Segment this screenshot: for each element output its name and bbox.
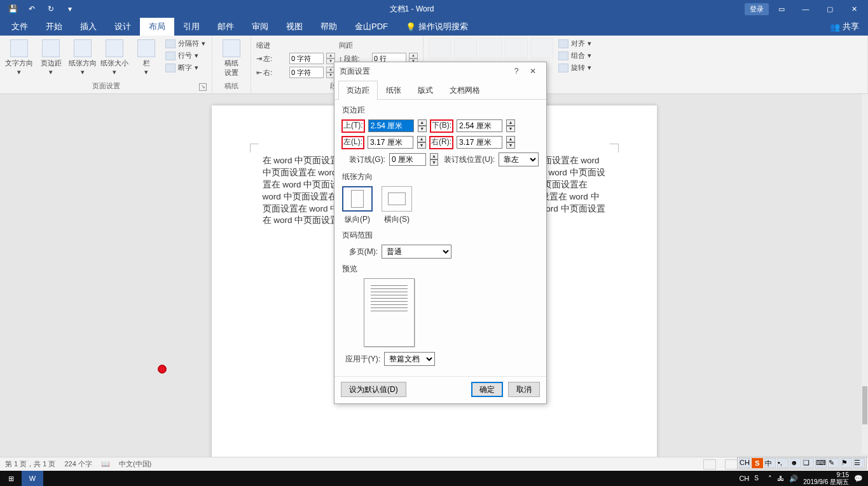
spin-up[interactable]: ▲: [506, 119, 515, 126]
ime-item[interactable]: ⌨: [815, 458, 827, 468]
spin-up[interactable]: ▲: [506, 136, 515, 142]
margins-button[interactable]: 页边距▾: [37, 38, 65, 80]
dtab-layout[interactable]: 版式: [410, 81, 441, 100]
set-default-button[interactable]: 设为默认值(D): [341, 382, 406, 397]
qat-dropdown[interactable]: ▾: [61, 1, 79, 17]
send-backward-button[interactable]: [505, 38, 528, 58]
undo-button[interactable]: ↶: [23, 1, 41, 17]
read-mode-button[interactable]: [703, 459, 716, 469]
margin-top-input[interactable]: [368, 119, 414, 132]
hyphenation-button[interactable]: 断字▾: [164, 62, 207, 73]
dtab-grid[interactable]: 文档网格: [441, 81, 488, 100]
ime-item[interactable]: ❏: [803, 458, 814, 468]
scroll-thumb[interactable]: [862, 386, 867, 424]
dtab-paper[interactable]: 纸张: [378, 81, 410, 100]
orientation-button[interactable]: 纸张方向▾: [69, 38, 97, 80]
position-button[interactable]: [429, 38, 451, 58]
spin-up[interactable]: ▲: [409, 53, 418, 58]
selection-pane-button[interactable]: [530, 38, 553, 58]
tray-network-icon[interactable]: 🖧: [777, 475, 784, 482]
save-button[interactable]: 💾: [4, 1, 22, 17]
ime-item[interactable]: ⚑: [841, 458, 852, 468]
start-button[interactable]: ⊞: [0, 471, 22, 486]
page-status[interactable]: 第 1 页，共 1 页: [5, 459, 55, 469]
ime-item[interactable]: ☰: [853, 458, 865, 468]
text-direction-button[interactable]: 文字方向▾: [5, 38, 33, 80]
print-layout-button[interactable]: [725, 459, 738, 469]
notifications-icon[interactable]: 💬: [854, 475, 863, 483]
ime-item[interactable]: ☻: [790, 458, 801, 468]
bring-forward-button[interactable]: [479, 38, 502, 58]
align-button[interactable]: 对齐▾: [557, 38, 593, 49]
tab-design[interactable]: 设计: [106, 18, 140, 36]
tell-me-search[interactable]: 💡 操作说明搜索: [397, 18, 477, 36]
gutter-input[interactable]: [389, 153, 426, 166]
proofing-icon[interactable]: 📖: [101, 460, 110, 468]
ok-button[interactable]: 确定: [471, 382, 503, 397]
spin-up[interactable]: ▲: [430, 153, 438, 159]
tray-sogou-icon[interactable]: S: [754, 474, 763, 483]
sogou-logo-icon[interactable]: S: [752, 458, 763, 468]
close-button[interactable]: ✕: [843, 1, 865, 17]
ime-item[interactable]: 中: [764, 458, 776, 468]
tab-file[interactable]: 文件: [3, 18, 37, 36]
spin-down[interactable]: ▼: [430, 159, 438, 166]
columns-button[interactable]: 栏▾: [132, 38, 160, 80]
landscape-option[interactable]: 横向(S): [382, 186, 412, 225]
tray-volume-icon[interactable]: 🔊: [789, 475, 798, 483]
ime-item[interactable]: •,: [777, 458, 789, 468]
indent-right-input[interactable]: [289, 67, 324, 78]
vertical-scrollbar[interactable]: [862, 94, 868, 454]
cancel-button[interactable]: 取消: [508, 382, 540, 397]
size-button[interactable]: 纸张大小▾: [100, 38, 128, 80]
margin-right-input[interactable]: [457, 136, 502, 149]
spin-up[interactable]: ▲: [417, 136, 426, 142]
share-button[interactable]: 👥 共享: [821, 18, 868, 36]
wrap-button[interactable]: [454, 38, 477, 58]
tab-home[interactable]: 开始: [37, 18, 71, 36]
taskbar-word-icon[interactable]: W: [22, 471, 43, 486]
line-numbers-button[interactable]: 行号▾: [164, 50, 207, 61]
dialog-close-button[interactable]: ✕: [525, 67, 541, 76]
blueprint-button[interactable]: 稿纸 设置: [217, 38, 245, 80]
login-button[interactable]: 登录: [745, 3, 769, 15]
margin-left-input[interactable]: [368, 136, 413, 149]
group-objects-button[interactable]: 组合▾: [557, 50, 593, 61]
tab-layout[interactable]: 布局: [140, 18, 174, 36]
portrait-option[interactable]: 纵向(P): [342, 186, 373, 225]
tab-mailings[interactable]: 邮件: [209, 18, 243, 36]
gutter-pos-select[interactable]: 靠左: [499, 152, 539, 166]
minimize-button[interactable]: —: [794, 1, 817, 17]
breaks-button[interactable]: 分隔符▾: [164, 38, 207, 49]
tab-help[interactable]: 帮助: [312, 18, 346, 36]
spin-down[interactable]: ▼: [417, 142, 426, 149]
redo-button[interactable]: ↻: [42, 1, 60, 17]
apply-to-select[interactable]: 整篇文档: [384, 352, 435, 366]
ribbon-options-button[interactable]: ▭: [770, 1, 793, 17]
tab-kspdf[interactable]: 金山PDF: [346, 18, 397, 36]
dtab-margins[interactable]: 页边距: [338, 81, 378, 100]
rotate-button[interactable]: 旋转▾: [557, 62, 593, 73]
tab-references[interactable]: 引用: [174, 18, 209, 36]
taskbar-clock[interactable]: 9:15 2019/9/6 星期五: [803, 471, 849, 485]
tab-insert[interactable]: 插入: [71, 18, 106, 36]
indent-left-input[interactable]: [289, 53, 324, 64]
spin-up[interactable]: ▲: [326, 53, 335, 58]
margin-bottom-input[interactable]: [457, 119, 502, 132]
tray-ime-icon[interactable]: CH: [739, 475, 749, 482]
multi-select[interactable]: 普通: [382, 245, 451, 259]
spin-down[interactable]: ▼: [506, 142, 515, 149]
dialog-help-button[interactable]: ?: [508, 67, 525, 76]
page-setup-launcher[interactable]: ↘: [199, 83, 207, 91]
spin-up[interactable]: ▲: [418, 119, 427, 126]
tab-view[interactable]: 视图: [277, 18, 312, 36]
word-count[interactable]: 224 个字: [64, 459, 92, 469]
tray-up-icon[interactable]: ˄: [768, 475, 772, 483]
language-status[interactable]: 中文(中国): [119, 459, 151, 469]
maximize-button[interactable]: ▢: [818, 1, 841, 17]
spin-down[interactable]: ▼: [506, 126, 515, 132]
ime-item[interactable]: CH: [739, 458, 750, 468]
spin-down[interactable]: ▼: [418, 126, 427, 132]
tab-review[interactable]: 审阅: [243, 18, 277, 36]
ime-item[interactable]: ✎: [828, 458, 839, 468]
